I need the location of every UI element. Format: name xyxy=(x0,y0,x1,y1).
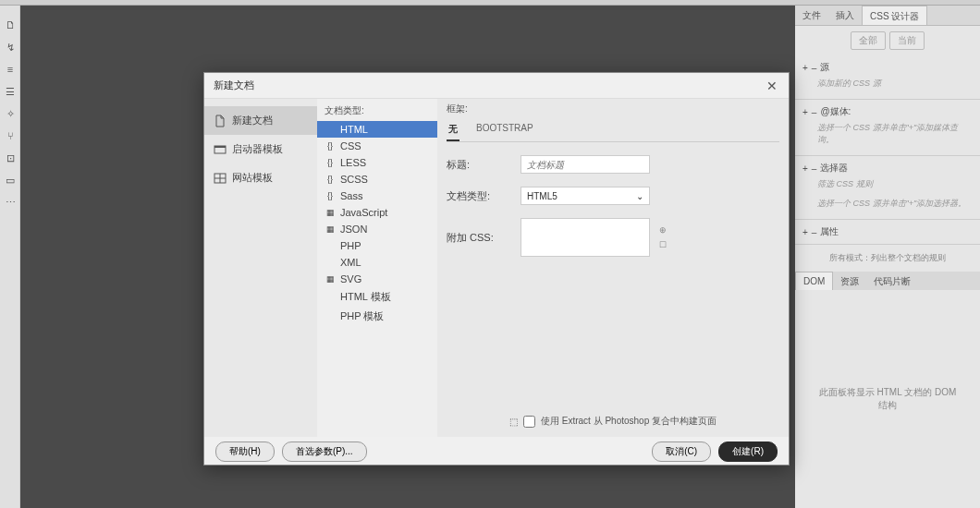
code-icon xyxy=(325,292,336,303)
code-icon xyxy=(325,124,336,135)
doctype-row: 文档类型: HTML5 ⌄ xyxy=(447,187,779,205)
filetype-svg[interactable]: ▦SVG xyxy=(317,271,437,287)
title-label: 标题: xyxy=(447,158,511,172)
css-attach-list[interactable] xyxy=(521,218,650,257)
create-button[interactable]: 创建(R) xyxy=(718,441,778,462)
prefs-button[interactable]: 首选参数(P)... xyxy=(282,441,367,462)
svg-rect-1 xyxy=(214,146,226,148)
dialog-footer: 帮助(H) 首选参数(P)... 取消(C) 创建(R) xyxy=(204,437,789,466)
filetype-json[interactable]: ▦JSON xyxy=(317,221,437,237)
frame-tab-none[interactable]: 无 xyxy=(447,119,459,141)
extract-row: ⬚ 使用 Extract 从 Photoshop 复合中构建页面 xyxy=(447,405,779,433)
code-icon xyxy=(325,311,336,322)
filetype-less[interactable]: {}LESS xyxy=(317,154,437,171)
link-css-icon[interactable]: ⊕ xyxy=(659,225,667,235)
extract-label: 使用 Extract 从 Photoshop 复合中构建页面 xyxy=(541,415,717,428)
filetype-list: 文档类型: HTML{}CSS{}LESS{}SCSS{}Sass▦JavaSc… xyxy=(317,99,437,437)
code-icon: {} xyxy=(325,190,336,201)
filetype-header: 文档类型: xyxy=(317,103,437,121)
dialog-title: 新建文档 xyxy=(214,79,254,92)
filetype-php[interactable]: PHP xyxy=(317,237,437,254)
category-site-templates[interactable]: 网站模板 xyxy=(204,163,317,192)
css-side-icons: ⊕ ☐ xyxy=(659,225,667,249)
css-row: 附加 CSS: ⊕ ☐ xyxy=(447,218,779,257)
category-list: 新建文档 启动器模板 网站模板 xyxy=(204,99,317,437)
code-icon xyxy=(325,240,336,251)
code-icon: ▦ xyxy=(325,224,336,235)
modal-overlay: 新建文档 ✕ 新建文档 启动器模板 网站模板 文档类型: H xyxy=(0,0,980,508)
doctype-select[interactable]: HTML5 ⌄ xyxy=(521,187,650,205)
frame-tabs: 无 BOOTSTRAP xyxy=(447,119,779,142)
code-icon xyxy=(325,257,336,268)
dialog-body: 新建文档 启动器模板 网站模板 文档类型: HTML{}CSS{}LESS{}S… xyxy=(204,99,789,437)
filetype-scss[interactable]: {}SCSS xyxy=(317,171,437,187)
grid-icon xyxy=(214,172,227,185)
code-icon: ▦ xyxy=(325,207,336,218)
filetype-css[interactable]: {}CSS xyxy=(317,138,437,154)
code-icon: {} xyxy=(325,140,336,151)
chevron-down-icon: ⌄ xyxy=(636,191,643,201)
category-new-document[interactable]: 新建文档 xyxy=(204,106,317,135)
code-icon: {} xyxy=(325,157,336,168)
code-icon: {} xyxy=(325,174,336,185)
filetype-sass[interactable]: {}Sass xyxy=(317,187,437,204)
extract-icon: ⬚ xyxy=(509,417,518,427)
dialog-header: 新建文档 ✕ xyxy=(204,73,789,99)
document-icon xyxy=(214,115,227,127)
title-input[interactable] xyxy=(521,155,650,174)
extract-checkbox[interactable] xyxy=(523,416,535,428)
filetype-javascript[interactable]: ▦JavaScript xyxy=(317,204,437,221)
new-document-dialog: 新建文档 ✕ 新建文档 启动器模板 网站模板 文档类型: H xyxy=(203,72,790,466)
css-label: 附加 CSS: xyxy=(447,231,511,245)
remove-css-icon[interactable]: ☐ xyxy=(659,240,667,249)
code-icon: ▦ xyxy=(325,273,336,284)
help-button[interactable]: 帮助(H) xyxy=(215,441,275,462)
category-starter-templates[interactable]: 启动器模板 xyxy=(204,135,317,163)
frame-tab-bootstrap[interactable]: BOOTSTRAP xyxy=(474,119,535,141)
filetype-xml[interactable]: XML xyxy=(317,254,437,271)
doctype-label: 文档类型: xyxy=(447,189,511,203)
filetype-php-模板[interactable]: PHP 模板 xyxy=(317,307,437,326)
document-options: 框架: 无 BOOTSTRAP 标题: 文档类型: HTML5 ⌄ xyxy=(437,99,789,437)
close-icon[interactable]: ✕ xyxy=(765,79,779,93)
filetype-html[interactable]: HTML xyxy=(317,121,437,138)
title-row: 标题: xyxy=(447,155,779,174)
template-icon xyxy=(214,143,227,156)
cancel-button[interactable]: 取消(C) xyxy=(652,441,711,462)
frame-header: 框架: xyxy=(447,103,779,119)
filetype-html-模板[interactable]: HTML 模板 xyxy=(317,287,437,307)
